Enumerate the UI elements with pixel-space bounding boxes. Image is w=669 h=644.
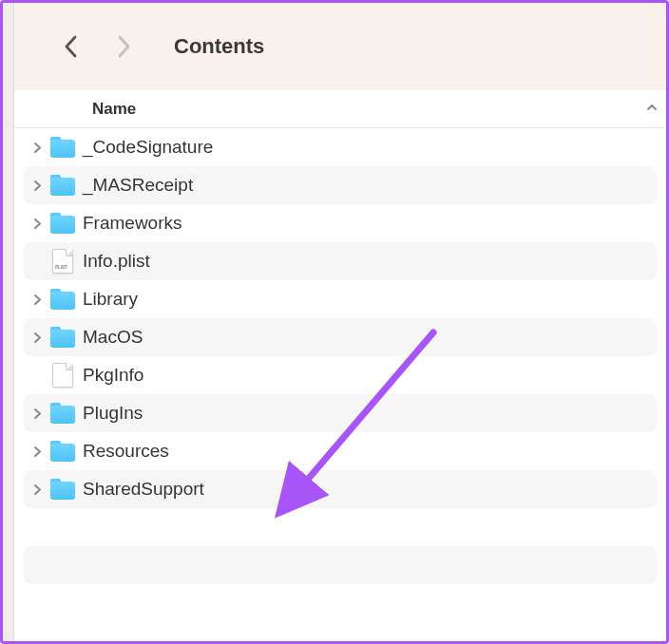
list-item[interactable]: Frameworks [14,204,666,242]
plist-file-icon [52,249,73,274]
disclosure-triangle[interactable] [26,212,48,235]
toolbar: Contents [14,3,666,90]
empty-row [14,584,666,622]
folder-icon [50,479,75,500]
file-icon [52,363,73,388]
folder-icon [50,213,75,234]
chevron-right-icon [32,445,43,458]
chevron-right-icon [32,331,43,344]
item-name: SharedSupport [83,479,204,500]
chevron-right-icon [32,483,43,496]
list-item[interactable]: PkgInfo [14,356,666,394]
empty-row [24,546,657,584]
disclosure-triangle[interactable] [26,326,48,349]
item-name: Resources [83,441,169,462]
disclosure-wrap [26,136,48,159]
disclosure-wrap [26,478,48,501]
forward-button[interactable] [104,27,143,66]
chevron-right-icon [32,407,43,420]
finder-window: Contents Name _CodeSignature_MASReceiptF… [3,3,666,641]
chevron-right-icon [116,34,132,59]
chevron-right-icon [32,218,43,230]
file-list[interactable]: _CodeSignature_MASReceiptFrameworksInfo.… [14,128,666,641]
back-button[interactable] [50,27,90,66]
chevron-left-icon [63,34,79,59]
item-name: PkgInfo [83,365,143,386]
disclosure-wrap [26,402,48,425]
folder-icon [50,289,75,310]
disclosure-triangle[interactable] [26,174,48,197]
folder-icon [50,327,75,348]
sort-indicator-icon [645,101,659,118]
chevron-right-icon [32,180,43,192]
empty-row [14,508,666,546]
list-item[interactable]: Info.plist [24,242,657,280]
disclosure-triangle[interactable] [26,440,48,463]
folder-title: Contents [174,34,264,59]
item-name: PlugIns [83,403,143,424]
list-item[interactable]: Resources [14,432,666,470]
list-item[interactable]: SharedSupport [24,470,657,508]
disclosure-triangle[interactable] [26,288,48,311]
folder-icon [50,175,75,196]
folder-icon [50,403,75,424]
disclosure-wrap [26,212,48,235]
folder-icon [50,137,75,158]
item-name: _CodeSignature [83,137,213,158]
disclosure-wrap [26,174,48,197]
item-name: MacOS [83,327,143,348]
disclosure-wrap [26,440,48,463]
list-item[interactable]: Library [14,280,666,318]
list-item[interactable]: PlugIns [24,394,657,432]
item-name: Frameworks [83,213,182,234]
disclosure-wrap [26,288,48,311]
item-name: Library [83,289,138,310]
list-item[interactable]: _CodeSignature [14,128,666,166]
name-column-label: Name [92,100,136,119]
item-name: _MASReceipt [83,175,193,196]
chevron-right-icon [32,294,43,306]
list-item[interactable]: MacOS [24,318,657,356]
disclosure-triangle[interactable] [26,402,48,425]
folder-icon [50,441,75,462]
disclosure-triangle[interactable] [26,478,48,501]
item-name: Info.plist [83,251,150,272]
main-content: Contents Name _CodeSignature_MASReceiptF… [14,3,666,641]
list-item[interactable]: _MASReceipt [24,166,657,204]
disclosure-wrap [26,326,48,349]
disclosure-triangle[interactable] [26,136,48,159]
sidebar-strip [3,3,14,641]
column-header[interactable]: Name [14,90,666,128]
chevron-right-icon [32,142,43,154]
